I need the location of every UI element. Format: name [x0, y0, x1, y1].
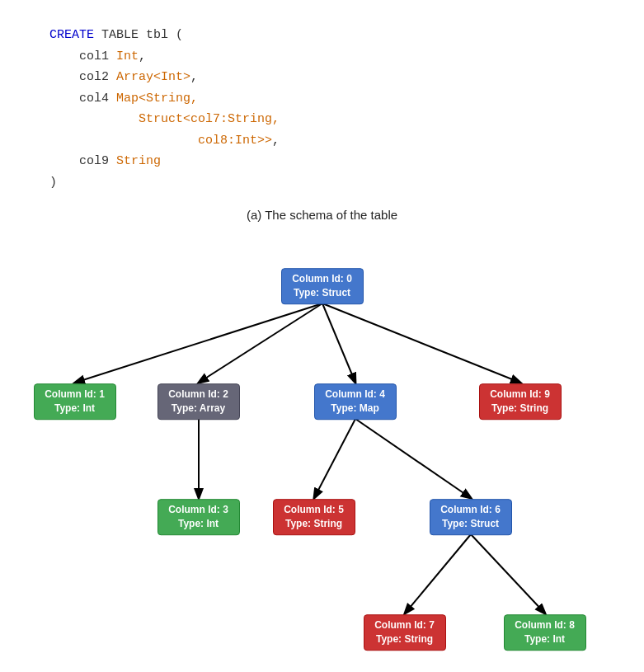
tree-node-n1: Column Id: 1Type: Int — [34, 383, 116, 420]
code-block: CREATE TABLE tbl ( col1 Int, col2 Array<… — [0, 16, 644, 201]
nodes-layer: Column Id: 0Type: StructColumn Id: 1Type… — [9, 237, 636, 672]
tree-node-n4: Column Id: 4Type: Map — [314, 383, 397, 420]
code-text: CREATE TABLE tbl ( col1 Int, col2 Array<… — [49, 25, 595, 193]
tree-node-n7: Column Id: 7Type: String — [364, 614, 446, 651]
tree-node-n2: Column Id: 2Type: Array — [157, 383, 240, 420]
tree-section: Column Id: 0Type: StructColumn Id: 1Type… — [0, 237, 644, 672]
tree-node-n8: Column Id: 8Type: Int — [504, 614, 586, 651]
tree-wrapper: Column Id: 0Type: StructColumn Id: 1Type… — [9, 237, 636, 672]
tree-node-n6: Column Id: 6Type: Struct — [430, 499, 512, 535]
tree-node-n5: Column Id: 5Type: String — [273, 499, 355, 535]
tree-node-n9: Column Id: 9Type: String — [479, 383, 562, 420]
page: CREATE TABLE tbl ( col1 Int, col2 Array<… — [0, 0, 644, 672]
tree-node-n3: Column Id: 3Type: Int — [157, 499, 240, 535]
caption-a: (a) The schema of the table — [0, 208, 644, 222]
tree-node-n0: Column Id: 0Type: Struct — [281, 268, 364, 304]
